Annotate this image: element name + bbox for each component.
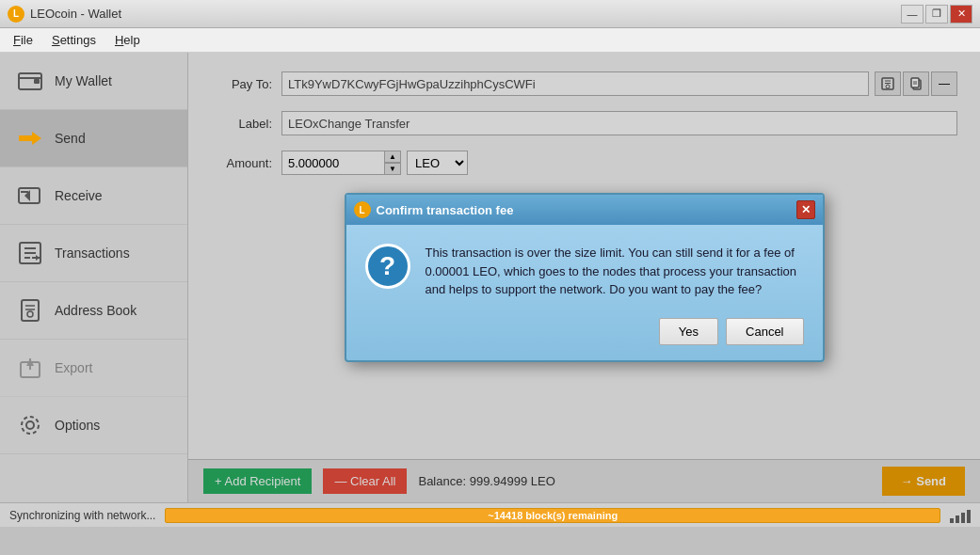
sidebar-item-receive[interactable]: Receive	[0, 167, 187, 225]
menu-help[interactable]: Help	[105, 29, 150, 51]
sidebar-item-transactions[interactable]: Transactions	[0, 225, 187, 282]
receive-icon	[15, 181, 45, 211]
modal-yes-button[interactable]: Yes	[659, 318, 718, 345]
restore-button[interactable]: ❐	[925, 5, 948, 24]
sync-status-text: Synchronizing with network...	[9, 509, 155, 522]
svg-rect-3	[19, 135, 32, 141]
status-bar: Synchronizing with network... ~14418 blo…	[0, 502, 980, 527]
modal-title-bar: L Confirm transaction fee ✕	[346, 195, 823, 225]
svg-point-17	[27, 311, 33, 317]
options-icon	[15, 410, 45, 440]
wallet-icon	[15, 66, 45, 96]
modal-title: Confirm transaction fee	[377, 203, 514, 217]
sidebar-send-label: Send	[55, 131, 86, 146]
transactions-icon	[15, 238, 45, 268]
send-icon	[15, 123, 45, 153]
modal-buttons: Yes Cancel	[346, 318, 823, 360]
sync-progress-text: ~14418 block(s) remaining	[488, 510, 618, 521]
app-icon: L	[8, 6, 24, 23]
signal-bar-2	[956, 515, 959, 523]
title-bar-left: L LEOcoin - Wallet	[8, 6, 121, 23]
question-icon: ?	[365, 244, 410, 289]
modal-close-button[interactable]: ✕	[796, 200, 815, 219]
menu-bar: File Settings Help	[0, 28, 980, 53]
sidebar-options-label: Options	[55, 418, 100, 433]
addressbook-icon	[15, 295, 45, 325]
close-button[interactable]: ✕	[950, 5, 972, 24]
sidebar-transactions-label: Transactions	[55, 246, 130, 261]
svg-marker-4	[32, 132, 41, 145]
signal-icon	[950, 508, 971, 523]
svg-rect-1	[34, 79, 40, 84]
main-layout: My Wallet Send Receive	[0, 53, 980, 502]
window-controls: — ❐ ✕	[901, 5, 972, 24]
modal-app-icon: L	[354, 201, 371, 218]
sidebar-wallet-label: My Wallet	[55, 73, 112, 88]
title-bar: L LEOcoin - Wallet — ❐ ✕	[0, 0, 980, 28]
menu-file[interactable]: File	[4, 29, 42, 51]
sync-progress-bar: ~14418 block(s) remaining	[165, 508, 940, 523]
minimize-button[interactable]: —	[901, 5, 924, 24]
menu-settings[interactable]: Settings	[42, 29, 105, 51]
modal-overlay: L Confirm transaction fee ✕ ? This trans…	[188, 53, 980, 502]
sidebar-receive-label: Receive	[55, 188, 103, 203]
svg-point-21	[26, 421, 34, 429]
confirm-fee-modal: L Confirm transaction fee ✕ ? This trans…	[345, 193, 825, 362]
sidebar-item-export: Export	[0, 340, 187, 397]
sidebar-item-send[interactable]: Send	[0, 110, 187, 167]
sidebar-addressbook-label: Address Book	[55, 303, 137, 318]
modal-cancel-button[interactable]: Cancel	[726, 318, 803, 345]
modal-body: ? This transaction is over the size limi…	[346, 225, 823, 318]
signal-bar-3	[961, 513, 965, 523]
svg-point-22	[22, 417, 39, 434]
content-area: Pay To:	[188, 53, 980, 502]
signal-bar-1	[950, 518, 954, 523]
sidebar-item-options[interactable]: Options	[0, 397, 187, 454]
window-title: LEOcoin - Wallet	[30, 7, 121, 21]
export-icon	[15, 353, 45, 383]
signal-bar-4	[967, 510, 971, 523]
sidebar-item-wallet[interactable]: My Wallet	[0, 53, 187, 110]
sidebar-item-addressbook[interactable]: Address Book	[0, 282, 187, 340]
sidebar: My Wallet Send Receive	[0, 53, 188, 502]
modal-title-left: L Confirm transaction fee	[354, 201, 514, 218]
sidebar-export-label: Export	[55, 360, 92, 375]
modal-message: This transaction is over the size limit.…	[426, 244, 804, 299]
